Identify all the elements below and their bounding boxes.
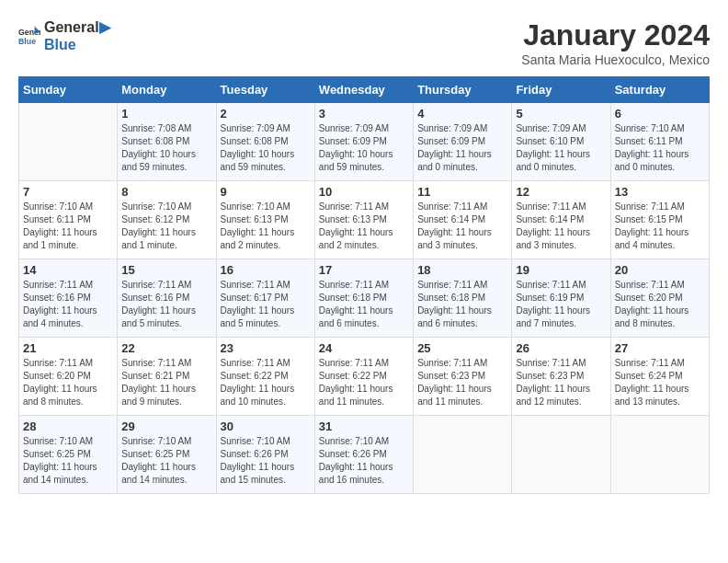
day-number: 24 [319,341,409,355]
calendar-cell: 6Sunrise: 7:10 AM Sunset: 6:11 PM Daylig… [610,103,709,181]
header-thursday: Thursday [414,77,512,103]
day-info: Sunrise: 7:11 AM Sunset: 6:23 PM Dayligh… [516,357,606,408]
header-tuesday: Tuesday [216,77,314,103]
calendar-cell: 15Sunrise: 7:11 AM Sunset: 6:16 PM Dayli… [118,259,216,338]
calendar-cell: 9Sunrise: 7:10 AM Sunset: 6:13 PM Daylig… [216,181,314,259]
day-info: Sunrise: 7:11 AM Sunset: 6:20 PM Dayligh… [23,357,113,408]
calendar-cell: 16Sunrise: 7:11 AM Sunset: 6:17 PM Dayli… [216,259,314,338]
calendar-header-row: SundayMondayTuesdayWednesdayThursdayFrid… [19,77,710,103]
calendar-cell: 31Sunrise: 7:10 AM Sunset: 6:26 PM Dayli… [314,416,413,494]
header-sunday: Sunday [19,77,118,103]
day-info: Sunrise: 7:11 AM Sunset: 6:23 PM Dayligh… [417,357,507,408]
calendar-cell: 17Sunrise: 7:11 AM Sunset: 6:18 PM Dayli… [314,259,413,338]
calendar-cell: 19Sunrise: 7:11 AM Sunset: 6:19 PM Dayli… [512,259,610,338]
calendar-cell: 27Sunrise: 7:11 AM Sunset: 6:24 PM Dayli… [610,338,709,416]
calendar-week-3: 14Sunrise: 7:11 AM Sunset: 6:16 PM Dayli… [19,259,710,338]
calendar-cell: 13Sunrise: 7:11 AM Sunset: 6:15 PM Dayli… [610,181,709,259]
calendar-cell: 2Sunrise: 7:09 AM Sunset: 6:08 PM Daylig… [216,103,314,181]
calendar-week-1: 1Sunrise: 7:08 AM Sunset: 6:08 PM Daylig… [19,103,710,181]
day-info: Sunrise: 7:11 AM Sunset: 6:13 PM Dayligh… [319,201,409,252]
logo-blue: Blue [44,36,110,53]
calendar-cell: 18Sunrise: 7:11 AM Sunset: 6:18 PM Dayli… [414,259,512,338]
day-number: 21 [23,341,113,355]
calendar-table: SundayMondayTuesdayWednesdayThursdayFrid… [18,76,710,494]
header-saturday: Saturday [610,77,709,103]
calendar-cell: 21Sunrise: 7:11 AM Sunset: 6:20 PM Dayli… [19,338,118,416]
logo: General Blue General▶ Blue [18,18,110,53]
calendar-cell: 30Sunrise: 7:10 AM Sunset: 6:26 PM Dayli… [216,416,314,494]
day-info: Sunrise: 7:11 AM Sunset: 6:15 PM Dayligh… [615,201,705,252]
day-info: Sunrise: 7:09 AM Sunset: 6:08 PM Dayligh… [221,122,311,174]
calendar-cell: 4Sunrise: 7:09 AM Sunset: 6:09 PM Daylig… [414,103,512,181]
day-info: Sunrise: 7:11 AM Sunset: 6:21 PM Dayligh… [121,357,211,408]
calendar-subtitle: Santa Maria Huexoculco, Mexico [521,52,710,67]
calendar-cell: 29Sunrise: 7:10 AM Sunset: 6:25 PM Dayli… [118,416,216,494]
calendar-cell: 28Sunrise: 7:10 AM Sunset: 6:25 PM Dayli… [19,416,118,494]
day-info: Sunrise: 7:11 AM Sunset: 6:24 PM Dayligh… [615,357,705,408]
day-info: Sunrise: 7:11 AM Sunset: 6:16 PM Dayligh… [121,279,211,330]
calendar-cell: 12Sunrise: 7:11 AM Sunset: 6:14 PM Dayli… [512,181,610,259]
title-area: January 2024 Santa Maria Huexoculco, Mex… [521,18,710,67]
header-friday: Friday [512,77,610,103]
svg-text:Blue: Blue [18,37,36,46]
day-number: 12 [516,185,606,199]
day-number: 22 [121,341,211,355]
calendar-week-2: 7Sunrise: 7:10 AM Sunset: 6:11 PM Daylig… [19,181,710,259]
calendar-cell: 22Sunrise: 7:11 AM Sunset: 6:21 PM Dayli… [118,338,216,416]
calendar-cell [414,416,512,494]
day-number: 1 [121,107,211,121]
day-number: 25 [417,341,507,355]
day-number: 17 [319,263,409,277]
day-info: Sunrise: 7:11 AM Sunset: 6:18 PM Dayligh… [417,279,507,330]
calendar-cell: 25Sunrise: 7:11 AM Sunset: 6:23 PM Dayli… [414,338,512,416]
day-number: 26 [516,341,606,355]
day-info: Sunrise: 7:09 AM Sunset: 6:10 PM Dayligh… [516,122,606,174]
day-info: Sunrise: 7:11 AM Sunset: 6:19 PM Dayligh… [516,279,606,330]
day-info: Sunrise: 7:10 AM Sunset: 6:12 PM Dayligh… [121,201,211,252]
day-number: 3 [319,107,409,121]
day-number: 27 [615,341,705,355]
calendar-cell: 1Sunrise: 7:08 AM Sunset: 6:08 PM Daylig… [118,103,216,181]
day-number: 5 [516,107,606,121]
day-info: Sunrise: 7:11 AM Sunset: 6:16 PM Dayligh… [23,279,113,330]
calendar-cell [512,416,610,494]
calendar-title: January 2024 [521,18,710,52]
day-info: Sunrise: 7:11 AM Sunset: 6:20 PM Dayligh… [615,279,705,330]
calendar-cell: 5Sunrise: 7:09 AM Sunset: 6:10 PM Daylig… [512,103,610,181]
calendar-cell: 20Sunrise: 7:11 AM Sunset: 6:20 PM Dayli… [610,259,709,338]
header-monday: Monday [118,77,216,103]
day-number: 16 [221,263,311,277]
calendar-cell [19,103,118,181]
calendar-cell: 23Sunrise: 7:11 AM Sunset: 6:22 PM Dayli… [216,338,314,416]
day-info: Sunrise: 7:11 AM Sunset: 6:14 PM Dayligh… [417,201,507,252]
day-number: 29 [121,419,211,433]
day-info: Sunrise: 7:09 AM Sunset: 6:09 PM Dayligh… [319,122,409,174]
day-number: 19 [516,263,606,277]
day-number: 9 [221,185,311,199]
day-number: 28 [23,419,113,433]
calendar-cell: 3Sunrise: 7:09 AM Sunset: 6:09 PM Daylig… [314,103,413,181]
day-number: 2 [221,107,311,121]
day-number: 14 [23,263,113,277]
day-info: Sunrise: 7:11 AM Sunset: 6:18 PM Dayligh… [319,279,409,330]
calendar-cell: 11Sunrise: 7:11 AM Sunset: 6:14 PM Dayli… [414,181,512,259]
day-info: Sunrise: 7:10 AM Sunset: 6:11 PM Dayligh… [615,122,705,174]
day-info: Sunrise: 7:10 AM Sunset: 6:11 PM Dayligh… [23,201,113,252]
logo-icon: General Blue [18,25,40,47]
calendar-cell: 26Sunrise: 7:11 AM Sunset: 6:23 PM Dayli… [512,338,610,416]
day-info: Sunrise: 7:11 AM Sunset: 6:22 PM Dayligh… [319,357,409,408]
day-info: Sunrise: 7:10 AM Sunset: 6:25 PM Dayligh… [121,435,211,487]
day-number: 31 [319,419,409,433]
day-number: 23 [221,341,311,355]
day-number: 8 [121,185,211,199]
day-info: Sunrise: 7:11 AM Sunset: 6:22 PM Dayligh… [221,357,311,408]
day-info: Sunrise: 7:10 AM Sunset: 6:26 PM Dayligh… [221,435,311,487]
day-info: Sunrise: 7:10 AM Sunset: 6:25 PM Dayligh… [23,435,113,487]
day-number: 18 [417,263,507,277]
day-number: 20 [615,263,705,277]
day-number: 11 [417,185,507,199]
calendar-body: 1Sunrise: 7:08 AM Sunset: 6:08 PM Daylig… [19,103,710,494]
calendar-cell: 10Sunrise: 7:11 AM Sunset: 6:13 PM Dayli… [314,181,413,259]
calendar-week-4: 21Sunrise: 7:11 AM Sunset: 6:20 PM Dayli… [19,338,710,416]
day-info: Sunrise: 7:09 AM Sunset: 6:09 PM Dayligh… [417,122,507,174]
